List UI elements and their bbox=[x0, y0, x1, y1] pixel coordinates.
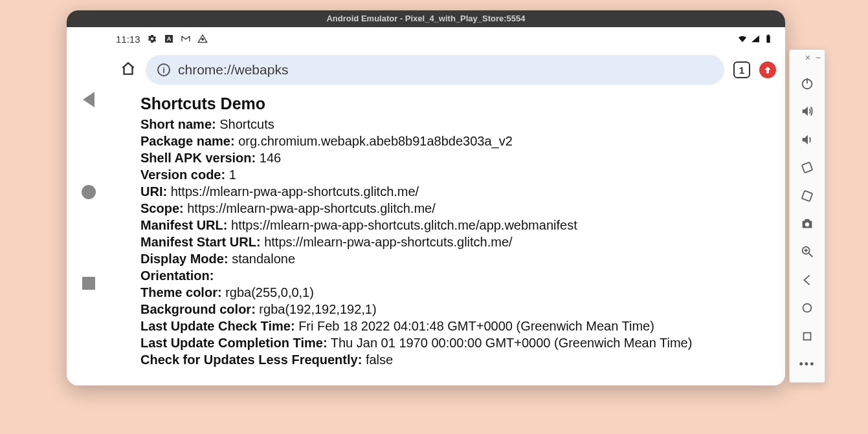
volume-down-button[interactable] bbox=[790, 125, 825, 153]
field-row: Last Update Completion Time: Thu Jan 01 … bbox=[140, 334, 772, 351]
device-screen: 11:13 A bbox=[111, 27, 785, 385]
field-row: Last Update Check Time: Fri Feb 18 2022 … bbox=[140, 318, 772, 334]
svg-point-2 bbox=[201, 38, 203, 40]
nav-recents-icon[interactable] bbox=[82, 277, 95, 290]
panel-window-controls: × − bbox=[790, 50, 825, 69]
field-row: Short name: Shortcuts bbox=[140, 116, 772, 133]
webapk-fields: Short name: ShortcutsPackage name: org.c… bbox=[140, 116, 772, 368]
svg-rect-4 bbox=[768, 34, 770, 35]
site-info-icon[interactable]: i bbox=[157, 63, 170, 76]
cell-signal-icon bbox=[750, 34, 761, 44]
field-row: Package name: org.chromium.webapk.abeb8b… bbox=[140, 133, 772, 149]
field-label: Scope: bbox=[140, 201, 184, 215]
svg-rect-15 bbox=[804, 332, 811, 340]
field-row: Manifest URL: https://mlearn-pwa-app-sho… bbox=[140, 217, 772, 233]
power-button[interactable] bbox=[790, 69, 825, 97]
rotate-right-button[interactable] bbox=[790, 182, 825, 210]
field-row: Display Mode: standalone bbox=[140, 250, 772, 267]
field-value: 1 bbox=[229, 168, 236, 182]
field-value: https://mlearn-pwa-app-shortcuts.glitch.… bbox=[171, 184, 419, 199]
window-titlebar: Android Emulator - Pixel_4_with_Play_Sto… bbox=[67, 10, 785, 27]
page-title: Shortcuts Demo bbox=[140, 93, 772, 114]
field-value: Fri Feb 18 2022 04:01:48 GMT+0000 (Green… bbox=[298, 319, 654, 333]
emulator-side-panel: × − ••• bbox=[789, 49, 825, 383]
svg-line-11 bbox=[809, 254, 813, 257]
field-value: 146 bbox=[260, 151, 281, 165]
status-time: 11:13 bbox=[116, 34, 140, 45]
minimize-icon[interactable]: − bbox=[816, 52, 821, 63]
field-label: Version code: bbox=[140, 168, 225, 182]
field-row: Background color: rgba(192,192,192,1) bbox=[140, 301, 772, 318]
chrome-omnibar: i chrome://webapks 1 bbox=[111, 50, 785, 89]
svg-point-14 bbox=[803, 304, 812, 312]
gmail-m-icon bbox=[181, 34, 191, 44]
field-value: Shortcuts bbox=[219, 117, 274, 131]
battery-icon bbox=[763, 34, 773, 44]
field-row: Manifest Start URL: https://mlearn-pwa-a… bbox=[140, 233, 772, 250]
field-label: URI: bbox=[140, 184, 167, 199]
android-nav-rail bbox=[67, 27, 111, 385]
update-badge-icon[interactable] bbox=[759, 61, 776, 78]
status-left-icons: A bbox=[147, 34, 208, 44]
field-value: org.chromium.webapk.abeb8b91a8bde303a_v2 bbox=[238, 134, 513, 148]
emulator-window: Android Emulator - Pixel_4_with_Play_Sto… bbox=[67, 10, 785, 385]
field-row: Scope: https://mlearn-pwa-app-shortcuts.… bbox=[140, 200, 772, 217]
field-value: standalone bbox=[232, 252, 295, 266]
field-value: https://mlearn-pwa-app-shortcuts.glitch.… bbox=[231, 218, 577, 232]
field-label: Last Update Check Time: bbox=[140, 319, 295, 333]
field-row: Orientation: bbox=[140, 267, 772, 284]
screenshot-button[interactable] bbox=[790, 210, 825, 237]
device-area: 11:13 A bbox=[67, 27, 785, 385]
url-box[interactable]: i chrome://webapks bbox=[146, 55, 724, 85]
tab-count-value: 1 bbox=[739, 65, 744, 76]
field-row: Theme color: rgba(255,0,0,1) bbox=[140, 284, 772, 301]
close-icon[interactable]: × bbox=[805, 52, 810, 63]
field-row: Shell APK version: 146 bbox=[140, 149, 772, 166]
square-a-icon: A bbox=[164, 34, 174, 44]
field-row: Check for Updates Less Frequently: false bbox=[140, 351, 772, 368]
svg-rect-7 bbox=[802, 162, 812, 173]
field-value: Thu Jan 01 1970 00:00:00 GMT+0000 (Green… bbox=[331, 336, 693, 350]
field-label: Background color: bbox=[140, 302, 256, 316]
nav-back-icon[interactable] bbox=[83, 92, 95, 107]
window-title: Android Emulator - Pixel_4_with_Play_Sto… bbox=[326, 14, 525, 23]
url-text: chrome://webapks bbox=[178, 62, 288, 78]
field-label: Last Update Completion Time: bbox=[140, 336, 328, 350]
field-row: URI: https://mlearn-pwa-app-shortcuts.gl… bbox=[140, 183, 772, 200]
field-label: Package name: bbox=[140, 134, 235, 148]
status-right-icons bbox=[737, 34, 773, 44]
field-value: rgba(255,0,0,1) bbox=[225, 285, 314, 299]
status-bar: 11:13 A bbox=[111, 27, 785, 50]
overview-button[interactable] bbox=[790, 322, 825, 350]
rotate-left-button[interactable] bbox=[790, 153, 825, 181]
gear-icon bbox=[147, 34, 157, 44]
field-row: Version code: 1 bbox=[140, 166, 772, 183]
field-label: Theme color: bbox=[140, 285, 222, 299]
tab-count-button[interactable]: 1 bbox=[733, 61, 750, 78]
zoom-button[interactable] bbox=[790, 238, 825, 266]
wifi-icon bbox=[737, 34, 748, 44]
field-label: Orientation: bbox=[140, 268, 214, 283]
page-content: Shortcuts Demo Short name: ShortcutsPack… bbox=[111, 89, 785, 385]
back-button[interactable] bbox=[790, 266, 825, 294]
triangle-warn-icon bbox=[197, 34, 208, 44]
svg-rect-3 bbox=[766, 36, 770, 43]
field-label: Check for Updates Less Frequently: bbox=[140, 353, 362, 367]
field-value: https://mlearn-pwa-app-shortcuts.glitch.… bbox=[264, 235, 513, 249]
more-button[interactable]: ••• bbox=[790, 351, 825, 382]
field-label: Display Mode: bbox=[140, 252, 228, 266]
svg-rect-8 bbox=[802, 190, 812, 201]
home-icon[interactable] bbox=[120, 60, 137, 80]
svg-point-9 bbox=[805, 222, 809, 226]
home-button[interactable] bbox=[790, 294, 825, 322]
field-label: Shell APK version: bbox=[140, 151, 256, 165]
nav-home-icon[interactable] bbox=[82, 185, 96, 199]
field-value: false bbox=[366, 353, 393, 367]
svg-text:A: A bbox=[166, 36, 171, 42]
field-value: rgba(192,192,192,1) bbox=[259, 302, 376, 316]
field-value: https://mlearn-pwa-app-shortcuts.glitch.… bbox=[187, 201, 436, 215]
volume-up-button[interactable] bbox=[790, 97, 825, 125]
field-label: Manifest URL: bbox=[140, 218, 227, 232]
field-label: Short name: bbox=[140, 117, 216, 131]
field-label: Manifest Start URL: bbox=[140, 235, 261, 249]
